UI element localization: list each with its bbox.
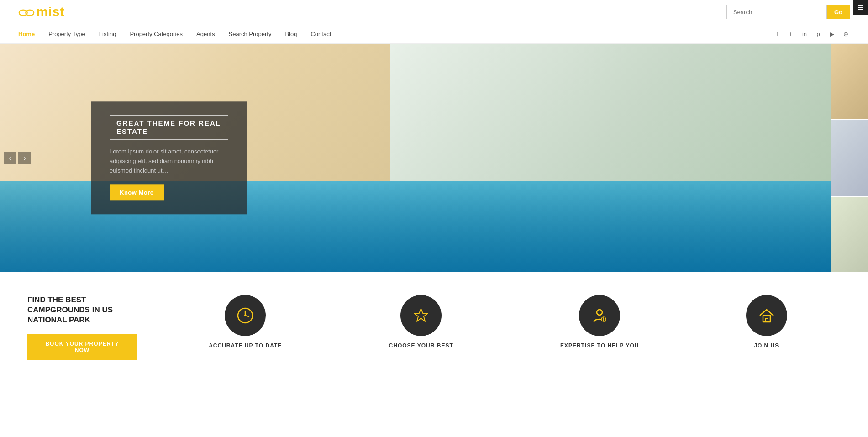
search-input[interactable] <box>726 5 827 19</box>
nav-link-blog[interactable]: Blog <box>285 31 297 37</box>
person-icon <box>590 306 609 325</box>
svg-point-10 <box>597 310 602 315</box>
nav-link-listing[interactable]: Listing <box>99 31 116 37</box>
nav-item-property-categories[interactable]: Property Categories <box>130 30 183 38</box>
hero-title: GREAT THEME FOR REAL ESTATE <box>116 119 221 135</box>
clock-icon <box>236 306 254 325</box>
nav-item-agents[interactable]: Agents <box>196 30 215 38</box>
home-icon <box>758 306 776 325</box>
slider-prev-button[interactable]: ‹ <box>4 152 16 164</box>
nav-social: f t in p ▶ ⊕ <box>773 30 850 38</box>
feature-circle-person <box>579 295 620 336</box>
logo-icon <box>18 7 35 16</box>
feature-join: JOIN US <box>746 295 787 349</box>
thumbnail-3[interactable] <box>831 197 868 272</box>
nav-link-property-type[interactable]: Property Type <box>48 31 85 37</box>
star-icon <box>412 306 430 325</box>
nav-link-agents[interactable]: Agents <box>196 31 215 37</box>
hero-know-more-button[interactable]: Know More <box>110 185 164 201</box>
youtube-icon[interactable]: ▶ <box>828 30 836 38</box>
facebook-icon[interactable]: f <box>773 30 781 38</box>
feature-circle-home <box>746 295 787 336</box>
main-nav: Home Property Type Listing Property Cate… <box>0 24 868 44</box>
nav-item-listing[interactable]: Listing <box>99 30 116 38</box>
feature-accurate: ACCURATE UP TO DATE <box>209 295 282 349</box>
pinterest-icon[interactable]: p <box>814 30 822 38</box>
nav-link-search-property[interactable]: Search Property <box>229 31 272 37</box>
find-title: FIND THE BEST CAMPGROUNDS IN US NATIONAL… <box>27 295 137 325</box>
nav-item-search-property[interactable]: Search Property <box>229 30 272 38</box>
thumbnail-1[interactable] <box>831 44 868 120</box>
search-button[interactable]: Go <box>827 5 850 19</box>
hero-background: GREAT THEME FOR REAL ESTATE Lorem ipsum … <box>0 44 868 272</box>
nav-item-property-type[interactable]: Property Type <box>48 30 85 38</box>
nav-link-property-categories[interactable]: Property Categories <box>130 31 183 37</box>
nav-links: Home Property Type Listing Property Cate… <box>18 30 331 38</box>
feature-choose: CHOOSE YOUR BEST <box>389 295 453 349</box>
slider-thumbnails <box>831 44 868 272</box>
feature-label-expertise: EXPERTISE TO HELP YOU <box>560 342 639 349</box>
thumbnail-2[interactable] <box>831 120 868 196</box>
linkedin-icon[interactable]: in <box>800 30 809 38</box>
svg-point-8 <box>244 315 246 316</box>
nav-item-home[interactable]: Home <box>18 30 35 38</box>
svg-marker-9 <box>414 309 428 321</box>
hero-title-box: GREAT THEME FOR REAL ESTATE <box>110 115 228 140</box>
feature-label-choose: CHOOSE YOUR BEST <box>389 342 453 349</box>
nav-item-contact[interactable]: Contact <box>310 30 331 38</box>
search-area: Go <box>726 5 850 19</box>
bottom-section: FIND THE BEST CAMPGROUNDS IN US NATIONAL… <box>0 272 868 383</box>
nav-item-blog[interactable]: Blog <box>285 30 297 38</box>
feature-label-accurate: ACCURATE UP TO DATE <box>209 342 282 349</box>
nav-link-contact[interactable]: Contact <box>310 31 331 37</box>
corner-badge <box>853 0 868 15</box>
corner-icon <box>857 4 864 11</box>
bottom-features: ACCURATE UP TO DATE CHOOSE YOUR BEST <box>155 295 841 349</box>
feature-expertise: EXPERTISE TO HELP YOU <box>560 295 639 349</box>
twitter-icon[interactable]: t <box>787 30 795 38</box>
hero-description: Lorem ipsum dolor sit amet, consectetuer… <box>110 147 228 175</box>
feature-label-join: JOIN US <box>754 342 779 349</box>
globe-icon[interactable]: ⊕ <box>842 30 850 38</box>
slider-next-button[interactable]: › <box>18 152 31 164</box>
nav-link-home[interactable]: Home <box>18 31 35 37</box>
feature-circle-clock <box>225 295 266 336</box>
hero-overlay-box: GREAT THEME FOR REAL ESTATE Lorem ipsum … <box>91 101 247 214</box>
hero-section: GREAT THEME FOR REAL ESTATE Lorem ipsum … <box>0 44 868 272</box>
logo-text: mist <box>37 5 65 19</box>
book-property-button[interactable]: BOOK YOUR PROPERTY NOW <box>27 334 137 360</box>
header: mist Go <box>0 0 868 24</box>
bottom-left: FIND THE BEST CAMPGROUNDS IN US NATIONAL… <box>27 295 155 360</box>
logo-area: mist <box>18 5 65 19</box>
feature-circle-star <box>400 295 442 336</box>
